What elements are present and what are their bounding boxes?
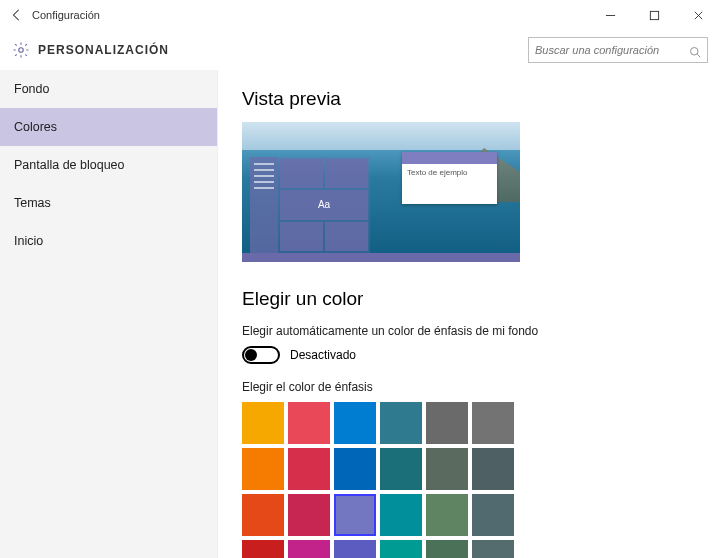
color-swatch-grid	[242, 402, 696, 558]
color-swatch[interactable]	[426, 540, 468, 558]
svg-point-2	[691, 48, 699, 56]
color-swatch[interactable]	[334, 494, 376, 536]
color-swatch[interactable]	[288, 494, 330, 536]
color-swatch[interactable]	[426, 448, 468, 490]
sidebar-item-pantalla-de-bloqueo[interactable]: Pantalla de bloqueo	[0, 146, 217, 184]
color-swatch[interactable]	[242, 494, 284, 536]
color-swatch[interactable]	[334, 448, 376, 490]
color-swatch[interactable]	[380, 494, 422, 536]
color-swatch[interactable]	[242, 448, 284, 490]
header-title: PERSONALIZACIÓN	[38, 43, 169, 57]
main-content: Vista previa Aa Texto de ejemplo Elegir	[218, 70, 720, 558]
color-swatch[interactable]	[380, 402, 422, 444]
svg-rect-0	[650, 11, 658, 19]
search-box[interactable]	[528, 37, 708, 63]
color-swatch[interactable]	[242, 402, 284, 444]
back-button[interactable]	[10, 8, 24, 22]
color-swatch[interactable]	[334, 402, 376, 444]
color-swatch[interactable]	[472, 402, 514, 444]
sidebar-item-fondo[interactable]: Fondo	[0, 70, 217, 108]
close-button[interactable]	[676, 0, 720, 30]
color-swatch[interactable]	[334, 540, 376, 558]
sidebar-item-inicio[interactable]: Inicio	[0, 222, 217, 260]
color-swatch[interactable]	[380, 540, 422, 558]
color-swatch[interactable]	[472, 494, 514, 536]
title-bar: Configuración	[0, 0, 720, 30]
window-title: Configuración	[32, 9, 100, 21]
color-heading: Elegir un color	[242, 288, 696, 310]
desktop-preview: Aa Texto de ejemplo	[242, 122, 520, 262]
color-swatch[interactable]	[472, 448, 514, 490]
color-swatch[interactable]	[288, 402, 330, 444]
minimize-button[interactable]	[588, 0, 632, 30]
color-swatch[interactable]	[380, 448, 422, 490]
preview-tile-text: Aa	[280, 190, 368, 219]
preview-window: Texto de ejemplo	[402, 152, 497, 204]
preview-heading: Vista previa	[242, 88, 696, 110]
maximize-button[interactable]	[632, 0, 676, 30]
color-swatch[interactable]	[426, 402, 468, 444]
search-icon	[689, 44, 701, 56]
auto-color-toggle[interactable]	[242, 346, 280, 364]
color-swatch[interactable]	[242, 540, 284, 558]
search-input[interactable]	[535, 44, 689, 56]
header-bar: PERSONALIZACIÓN	[0, 30, 720, 70]
swatch-label: Elegir el color de énfasis	[242, 380, 696, 394]
color-swatch[interactable]	[426, 494, 468, 536]
sidebar-item-temas[interactable]: Temas	[0, 184, 217, 222]
sidebar-item-colores[interactable]: Colores	[0, 108, 217, 146]
toggle-state-label: Desactivado	[290, 348, 356, 362]
sidebar: FondoColoresPantalla de bloqueoTemasInic…	[0, 70, 218, 558]
preview-window-text: Texto de ejemplo	[402, 164, 497, 181]
color-swatch[interactable]	[288, 448, 330, 490]
color-swatch[interactable]	[288, 540, 330, 558]
auto-color-label: Elegir automáticamente un color de énfas…	[242, 324, 696, 338]
svg-point-1	[19, 48, 24, 53]
color-swatch[interactable]	[472, 540, 514, 558]
gear-icon	[12, 41, 30, 59]
